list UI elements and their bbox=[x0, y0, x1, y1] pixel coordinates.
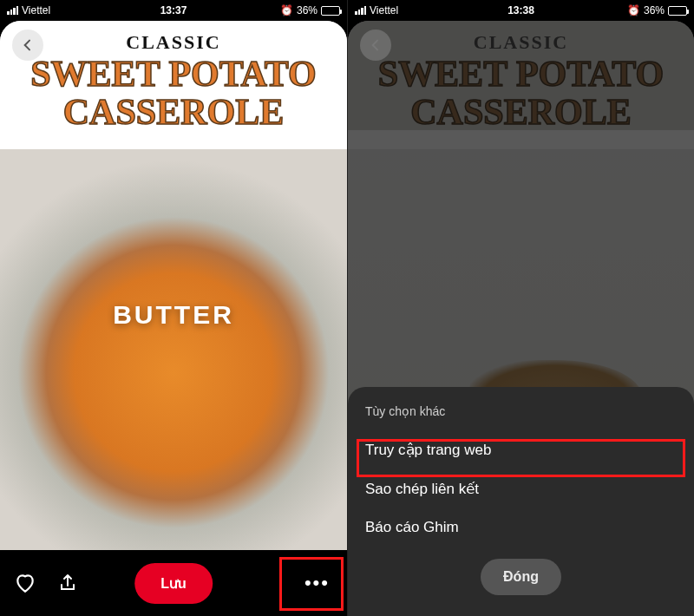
screenshot-right: Viettel 13:38 ⏰ 36% CLASSIC SWEET POTATO… bbox=[347, 0, 694, 616]
more-button[interactable]: ••• bbox=[304, 572, 330, 594]
battery-pct: 36% bbox=[644, 4, 665, 16]
alarm-icon: ⏰ bbox=[280, 4, 293, 16]
alarm-icon: ⏰ bbox=[627, 4, 640, 16]
screenshot-left: Viettel 13:37 ⏰ 36% CLASSIC SWEET POTATO… bbox=[0, 0, 347, 616]
battery-icon bbox=[321, 6, 340, 16]
title-kicker: CLASSIC bbox=[0, 31, 347, 54]
sheet-item-copy-link[interactable]: Sao chép liên kết bbox=[365, 469, 677, 508]
food-image bbox=[0, 149, 347, 555]
carrier-label: Viettel bbox=[22, 4, 50, 16]
signal-icon bbox=[355, 6, 366, 15]
clock: 13:38 bbox=[507, 4, 534, 16]
signal-icon bbox=[7, 6, 18, 15]
sheet-item-visit-website[interactable]: Truy cập trang web bbox=[365, 430, 677, 469]
chevron-left-icon bbox=[369, 38, 383, 52]
status-bar: Viettel 13:37 ⏰ 36% bbox=[0, 0, 347, 21]
action-sheet: Tùy chọn khác Truy cập trang web Sao ché… bbox=[348, 387, 694, 616]
back-button[interactable] bbox=[360, 29, 391, 61]
save-button[interactable]: Lưu bbox=[134, 563, 213, 604]
pin-content[interactable]: CLASSIC SWEET POTATO CASSEROLE BUTTER bbox=[0, 21, 347, 555]
clock: 13:37 bbox=[160, 4, 187, 16]
back-button[interactable] bbox=[12, 29, 43, 61]
title-dish-line2: CASSEROLE bbox=[0, 94, 347, 130]
sheet-item-report-pin[interactable]: Báo cáo Ghim bbox=[365, 508, 677, 547]
battery-pct: 36% bbox=[297, 4, 318, 16]
heart-button[interactable] bbox=[14, 572, 36, 594]
carrier-label: Viettel bbox=[370, 4, 398, 16]
recipe-title-block: CLASSIC SWEET POTATO CASSEROLE bbox=[0, 21, 347, 130]
heart-icon bbox=[14, 572, 36, 594]
title-dish-line1: SWEET POTATO bbox=[0, 56, 347, 92]
sheet-title: Tùy chọn khác bbox=[365, 404, 677, 418]
video-caption: BUTTER bbox=[113, 300, 234, 330]
bottom-action-bar: Lưu ••• bbox=[0, 550, 347, 616]
status-bar: Viettel 13:38 ⏰ 36% bbox=[348, 0, 694, 21]
chevron-left-icon bbox=[21, 38, 35, 52]
share-button[interactable] bbox=[57, 573, 78, 593]
share-icon bbox=[57, 573, 78, 593]
sheet-close-button[interactable]: Đóng bbox=[481, 559, 561, 595]
battery-icon bbox=[668, 6, 687, 16]
